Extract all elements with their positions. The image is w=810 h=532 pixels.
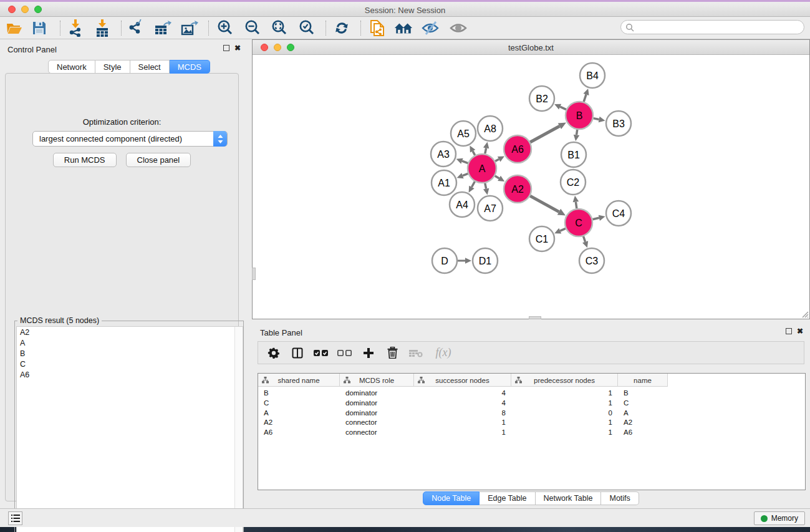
import-table-icon[interactable] <box>93 19 112 37</box>
edge-A-A3[interactable] <box>462 161 468 163</box>
graph-node-D[interactable]: D <box>432 248 457 273</box>
edge-A-A1[interactable] <box>463 173 468 175</box>
graph-node-C2[interactable]: C2 <box>561 170 586 195</box>
graph-node-A5[interactable]: A5 <box>451 121 476 146</box>
graph-node-A7[interactable]: A7 <box>478 196 503 221</box>
tab-network-table[interactable]: Network Table <box>536 491 602 505</box>
cell-MCDS-role[interactable]: connector <box>340 417 414 427</box>
graph-node-A3[interactable]: A3 <box>431 142 456 167</box>
cell-name[interactable]: C <box>618 398 668 408</box>
bottom-splitter-handle[interactable] <box>529 316 541 319</box>
result-item[interactable]: A6 <box>17 369 243 380</box>
table-row[interactable]: Bdominator41B <box>258 388 668 398</box>
tab-mcds[interactable]: MCDS <box>170 60 210 74</box>
export-table-icon[interactable] <box>153 19 172 37</box>
column-header-shared-name[interactable]: shared name <box>258 374 340 387</box>
network-graph-canvas[interactable]: B4B2BB3A8A5A6B1A3AA1C2A2A4A7C4CC1C3DD1 <box>253 55 809 319</box>
edge-A-A2[interactable] <box>495 176 499 178</box>
cell-MCDS-role[interactable]: dominator <box>340 408 414 418</box>
left-splitter-handle[interactable] <box>252 268 256 280</box>
add-column-icon[interactable] <box>360 345 377 361</box>
graph-node-C3[interactable]: C3 <box>579 248 604 273</box>
tab-style[interactable]: Style <box>95 60 130 74</box>
function-builder-icon[interactable]: f(x) <box>432 345 455 361</box>
graph-node-A8[interactable]: A8 <box>478 116 503 141</box>
graph-node-B4[interactable]: B4 <box>580 63 605 88</box>
save-session-icon[interactable] <box>30 19 49 37</box>
cell-MCDS-role[interactable]: connector <box>340 427 414 437</box>
cell-name[interactable]: A2 <box>618 417 668 427</box>
cell-MCDS-role[interactable]: dominator <box>340 388 414 398</box>
result-list-scrollbar[interactable] <box>234 327 243 532</box>
graph-node-D1[interactable]: D1 <box>473 248 498 273</box>
graph-node-C[interactable]: C <box>565 209 592 236</box>
result-item[interactable]: B <box>17 348 243 359</box>
cell-successor-nodes[interactable]: 8 <box>414 408 511 418</box>
float-table-panel-icon[interactable] <box>786 328 792 336</box>
import-network-icon[interactable] <box>65 19 84 37</box>
cell-successor-nodes[interactable]: 4 <box>414 398 511 408</box>
graph-node-A[interactable]: A <box>468 154 496 183</box>
float-panel-icon[interactable] <box>223 45 229 52</box>
graph-node-A6[interactable]: A6 <box>504 135 531 163</box>
cell-name[interactable]: B <box>618 388 668 398</box>
column-header-predecessor-nodes[interactable]: predecessor nodes <box>511 374 618 387</box>
edge-A-A6[interactable] <box>495 159 499 161</box>
close-panel-icon[interactable]: ✖ <box>234 44 241 52</box>
zoom-in-icon[interactable] <box>216 19 234 37</box>
graph-node-A2[interactable]: A2 <box>504 175 531 203</box>
delete-column-trash-icon[interactable] <box>384 345 400 361</box>
search-input[interactable] <box>637 23 804 32</box>
graph-node-B3[interactable]: B3 <box>606 111 631 136</box>
edge-C-C2[interactable] <box>576 202 576 209</box>
delete-table-icon[interactable] <box>408 345 424 361</box>
graph-node-C1[interactable]: C1 <box>529 226 554 251</box>
tab-motifs[interactable]: Motifs <box>601 491 639 505</box>
node-table[interactable]: shared nameMCDS rolesuccessor nodesprede… <box>258 373 806 490</box>
cell-name[interactable]: A6 <box>618 427 668 437</box>
edge-A-A5[interactable] <box>473 151 475 155</box>
edge-A2-C[interactable] <box>530 196 559 212</box>
graph-node-A4[interactable]: A4 <box>450 192 475 217</box>
graph-node-A1[interactable]: A1 <box>432 170 456 195</box>
cell-shared-name[interactable]: A <box>258 408 340 418</box>
edge-B-B4[interactable] <box>584 94 586 102</box>
resize-grip-icon[interactable] <box>800 309 809 318</box>
cell-shared-name[interactable]: C <box>258 398 340 408</box>
zoom-out-icon[interactable] <box>243 19 262 37</box>
export-image-icon[interactable] <box>180 19 199 37</box>
zoom-selected-icon[interactable] <box>297 19 316 37</box>
cell-predecessor-nodes[interactable]: 0 <box>511 408 618 418</box>
cell-shared-name[interactable]: B <box>258 388 340 398</box>
table-row[interactable]: Cdominator41C <box>258 398 668 408</box>
optimization-criterion-dropdown[interactable]: largest connected component (directed) <box>32 131 228 147</box>
toolbar-search[interactable] <box>620 20 804 34</box>
edge-C-C4[interactable] <box>592 218 599 219</box>
graph-node-B[interactable]: B <box>566 102 593 129</box>
split-columns-icon[interactable] <box>289 345 306 361</box>
gear-icon[interactable] <box>266 345 282 361</box>
edge-A-A4[interactable] <box>471 181 475 187</box>
graph-node-B1[interactable]: B1 <box>561 142 586 167</box>
cell-successor-nodes[interactable]: 1 <box>414 427 511 437</box>
cell-predecessor-nodes[interactable]: 1 <box>511 427 618 437</box>
table-row[interactable]: A2connector11A2 <box>258 417 668 427</box>
edge-A6-B[interactable] <box>530 126 559 142</box>
hide-panels-eye-icon[interactable] <box>421 19 440 37</box>
session-from-network-icon[interactable] <box>368 19 387 37</box>
result-item[interactable]: A2 <box>17 327 243 337</box>
table-row[interactable]: Adominator80A <box>258 408 668 418</box>
cell-predecessor-nodes[interactable]: 1 <box>511 417 618 427</box>
cell-MCDS-role[interactable]: dominator <box>340 398 414 408</box>
cell-successor-nodes[interactable]: 4 <box>414 388 511 398</box>
run-mcds-button[interactable]: Run MCDS <box>53 153 117 167</box>
deselect-all-checkboxes-icon[interactable] <box>337 345 353 361</box>
column-header-name[interactable]: name <box>618 374 668 387</box>
edge-B-B3[interactable] <box>594 118 599 120</box>
refresh-layout-icon[interactable] <box>332 19 351 37</box>
result-item[interactable]: A <box>17 337 243 348</box>
tab-edge-table[interactable]: Edge Table <box>480 491 535 505</box>
graph-node-B2[interactable]: B2 <box>529 86 554 111</box>
column-header-MCDS-role[interactable]: MCDS role <box>340 374 414 387</box>
edge-A-A8[interactable] <box>485 148 486 153</box>
